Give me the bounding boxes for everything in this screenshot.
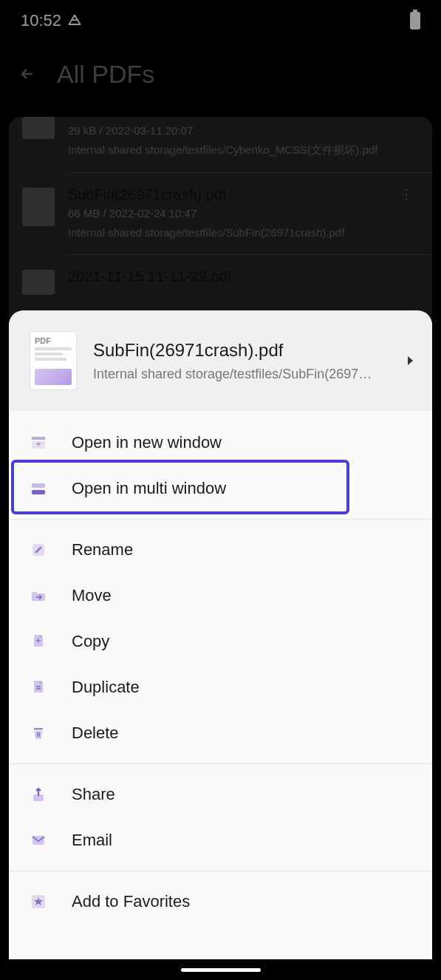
rename-icon	[27, 539, 49, 561]
svg-rect-8	[36, 688, 41, 690]
new-window-icon: +	[27, 432, 49, 454]
star-icon	[27, 891, 49, 913]
menu-label: Duplicate	[72, 678, 140, 697]
svg-rect-3	[32, 483, 45, 488]
share-item[interactable]: Share	[9, 772, 432, 817]
rename-item[interactable]: Rename	[9, 527, 432, 573]
duplicate-icon	[27, 676, 49, 698]
copy-icon: +	[27, 630, 49, 653]
multi-window-icon	[27, 477, 49, 500]
svg-text:+: +	[35, 439, 41, 449]
email-icon	[27, 829, 49, 851]
menu-label: Share	[72, 785, 115, 804]
menu-label: Move	[72, 586, 112, 605]
open-multi-window-item[interactable]: Open in multi window	[9, 466, 432, 511]
svg-rect-4	[32, 490, 45, 494]
context-menu-sheet: PDF SubFin(26971crash).pdf Internal shar…	[9, 310, 432, 959]
menu-label: Copy	[72, 632, 109, 651]
add-favorites-item[interactable]: Add to Favorites	[9, 879, 432, 925]
sheet-file-title: SubFin(26971crash).pdf	[93, 340, 389, 361]
svg-rect-9	[34, 728, 43, 730]
open-new-window-item[interactable]: + Open in new window	[9, 420, 432, 466]
navigation-bar	[0, 959, 441, 980]
delete-item[interactable]: Delete	[9, 710, 432, 756]
email-item[interactable]: Email	[9, 817, 432, 863]
move-icon	[27, 585, 49, 607]
menu-label: Add to Favorites	[72, 892, 190, 911]
sheet-file-path: Internal shared storage/testfiles/SubFin…	[93, 367, 389, 382]
svg-rect-7	[36, 686, 41, 687]
menu-label: Open in multi window	[72, 479, 226, 498]
share-icon	[27, 783, 49, 806]
svg-rect-10	[37, 732, 38, 737]
menu-label: Rename	[72, 540, 133, 559]
chevron-right-icon	[406, 355, 414, 367]
pdf-file-icon: PDF	[30, 331, 77, 390]
move-item[interactable]: Move	[9, 573, 432, 619]
duplicate-item[interactable]: Duplicate	[9, 664, 432, 710]
svg-rect-11	[39, 732, 41, 737]
sheet-header[interactable]: PDF SubFin(26971crash).pdf Internal shar…	[9, 310, 432, 411]
delete-icon	[27, 722, 49, 744]
menu-label: Email	[72, 831, 112, 850]
menu-label: Delete	[72, 724, 119, 743]
copy-item[interactable]: + Copy	[9, 619, 432, 664]
home-indicator[interactable]	[181, 968, 261, 972]
svg-text:+: +	[35, 635, 41, 646]
menu-label: Open in new window	[72, 433, 222, 452]
